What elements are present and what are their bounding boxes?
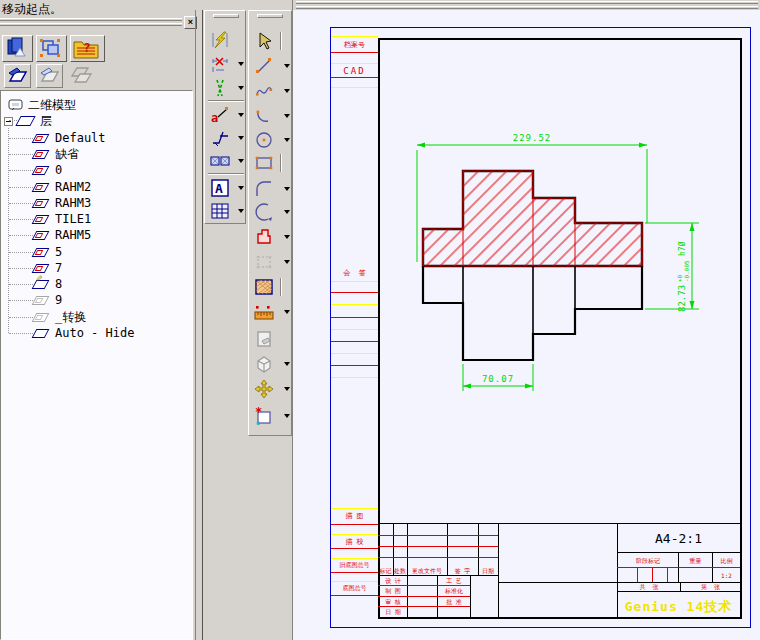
- arc-button[interactable]: [252, 105, 276, 127]
- table-icon: [210, 201, 230, 221]
- parallel-lines-button[interactable]: [208, 77, 232, 99]
- dimension-delete-button[interactable]: [208, 53, 232, 75]
- new-sketch-icon: *: [254, 406, 274, 426]
- dropdown-arrow-icon[interactable]: [238, 186, 244, 190]
- tree-layer-item-hidden[interactable]: _转换: [34, 309, 86, 325]
- tree-layer-item[interactable]: 5: [34, 244, 62, 260]
- drawing-canvas[interactable]: 档案号 CAD 会 签 描 图 描 校 旧底图总号 底图总号: [293, 10, 760, 640]
- tab-blocks[interactable]: [36, 35, 67, 62]
- line-button[interactable]: [252, 55, 276, 77]
- toolbar-grip[interactable]: [213, 14, 239, 18]
- dropdown-arrow-icon[interactable]: [238, 86, 244, 90]
- tree-layer-item[interactable]: RAHM2: [34, 179, 91, 195]
- tree-layer-item[interactable]: 0: [34, 162, 62, 178]
- dropdown-arrow-icon[interactable]: [284, 235, 290, 239]
- dropdown-arrow-icon[interactable]: [238, 62, 244, 66]
- rectangle-icon: [254, 153, 274, 173]
- dropdown-arrow-icon[interactable]: [284, 414, 290, 418]
- dimension-button[interactable]: [252, 301, 276, 323]
- tree-layer-item[interactable]: RAHM3: [34, 195, 91, 211]
- contour-icon: [254, 227, 274, 247]
- layer-label: Default: [55, 131, 106, 145]
- cube-3d-button[interactable]: [252, 353, 276, 375]
- offset-curve-button[interactable]: [252, 201, 276, 223]
- tree-layer-item[interactable]: RAHM5: [34, 227, 91, 243]
- fillet-icon: [254, 179, 274, 199]
- text-button[interactable]: A: [208, 177, 232, 199]
- new-layer-button[interactable]: [4, 64, 31, 88]
- edit-layer-icon: [37, 65, 62, 87]
- new-sketch-button[interactable]: *: [252, 405, 276, 427]
- surface-finish-button[interactable]: [208, 127, 232, 149]
- rectangle-button[interactable]: [252, 152, 276, 174]
- spline-button[interactable]: [252, 80, 276, 102]
- svg-text:a: a: [211, 111, 218, 125]
- dim-arrow: [463, 384, 471, 389]
- dim-right-tol-lower: -0.005: [683, 260, 690, 282]
- dropdown-arrow-icon[interactable]: [284, 114, 290, 118]
- table-button[interactable]: [208, 200, 232, 222]
- tree-layer-item-current[interactable]: ✎8: [34, 276, 62, 292]
- tree-guide-line: [9, 219, 33, 220]
- tree-guide-line: [8, 128, 9, 333]
- circle-button[interactable]: [252, 129, 276, 151]
- select-button[interactable]: [252, 30, 276, 52]
- layer-label: Auto - Hide: [55, 326, 134, 340]
- erase-button[interactable]: [252, 328, 276, 350]
- tree-layer-item-hidden[interactable]: 9: [34, 292, 62, 308]
- dropdown-arrow-icon[interactable]: [284, 310, 290, 314]
- tab-help[interactable]: ?: [70, 35, 105, 62]
- dropdown-arrow-icon[interactable]: [284, 260, 290, 264]
- tree-layer-item[interactable]: Auto - Hide: [34, 325, 134, 341]
- dropdown-arrow-icon[interactable]: [284, 64, 290, 68]
- leader-text-button[interactable]: a: [208, 104, 232, 126]
- hatch-fill-button[interactable]: [252, 276, 276, 298]
- dropdown-arrow-icon[interactable]: [238, 136, 244, 140]
- blocks-icon: [37, 36, 66, 61]
- contour-button[interactable]: [252, 226, 276, 248]
- dropdown-arrow-icon[interactable]: [284, 138, 290, 142]
- dropdown-arrow-icon[interactable]: [284, 362, 290, 366]
- parallel-lines-icon: [210, 78, 230, 98]
- layer-label: TILE1: [55, 212, 91, 226]
- tree-guide-line: [9, 203, 33, 204]
- part-drawing[interactable]: 229.52 70.07 82.73 +0 -0.005 h7Ø: [293, 10, 760, 640]
- help-folder-icon: ?: [71, 36, 104, 61]
- tree-guide-line: [9, 187, 33, 188]
- datum-boxes-button[interactable]: [208, 150, 232, 172]
- model-tree-panel[interactable]: [0, 90, 193, 640]
- lightning-dimension-icon: [210, 30, 230, 50]
- svg-text:?: ?: [83, 40, 91, 55]
- toolbar-grip[interactable]: [257, 14, 283, 18]
- tree-layer-item[interactable]: Default: [34, 130, 106, 146]
- tree-root-label: 二维模型: [28, 97, 76, 114]
- copy-layer-button[interactable]: [68, 64, 95, 88]
- dropdown-arrow-icon[interactable]: [284, 210, 290, 214]
- tree-layer-item[interactable]: TILE1: [34, 211, 91, 227]
- dropdown-arrow-icon[interactable]: [238, 209, 244, 213]
- tab-model-tree[interactable]: [2, 35, 33, 62]
- layer-label: RAHM2: [55, 180, 91, 194]
- dropdown-arrow-icon[interactable]: [238, 113, 244, 117]
- lightning-dimension-button[interactable]: [208, 29, 232, 51]
- dropdown-arrow-icon[interactable]: [284, 387, 290, 391]
- tree-expander-minus[interactable]: [4, 117, 13, 126]
- layer-label: _转换: [55, 309, 86, 326]
- block-select-button[interactable]: [252, 251, 276, 273]
- layers-group-icon: [15, 116, 35, 126]
- move-button[interactable]: [252, 378, 276, 400]
- dropdown-arrow-icon[interactable]: [284, 187, 290, 191]
- dim-text-right: 82.73 +0 -0.005 h7Ø: [676, 241, 690, 312]
- panel-separator: [0, 23, 182, 26]
- layer-icon: [32, 248, 50, 257]
- tree-root-item[interactable]: 二维模型: [8, 97, 76, 113]
- layer-label: 9: [55, 293, 62, 307]
- dropdown-arrow-icon[interactable]: [238, 159, 244, 163]
- edit-layer-button[interactable]: [36, 64, 63, 88]
- tree-guide-line: [9, 138, 33, 139]
- tree-layer-item[interactable]: 缺省: [34, 146, 79, 162]
- tree-guide-line: [9, 333, 33, 334]
- tree-group-layers[interactable]: 层: [18, 113, 52, 129]
- dropdown-arrow-icon[interactable]: [284, 89, 290, 93]
- fillet-button[interactable]: [252, 178, 276, 200]
